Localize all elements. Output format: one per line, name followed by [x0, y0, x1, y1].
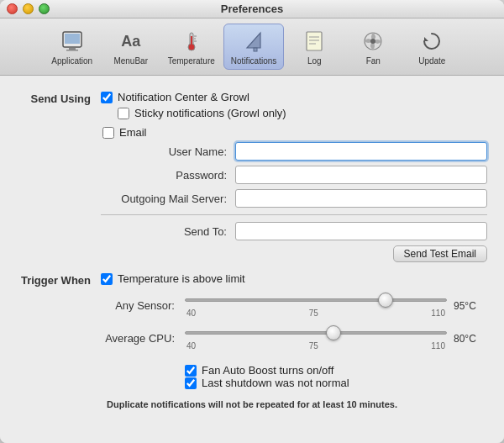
trigger-when-section: Trigger When Temperature is above limit …	[17, 272, 487, 389]
average-cpu-slider-wrapper: 40 75 110	[185, 326, 447, 351]
toolbar-item-application[interactable]: Application	[44, 24, 101, 69]
any-sensor-track-row: 40 75 110 95°C	[185, 293, 487, 318]
email-form: User Name: Password: Outgoing Mail Serve…	[101, 142, 487, 262]
any-sensor-slider-wrapper: 40 75 110	[185, 293, 447, 318]
average-cpu-slider[interactable]	[185, 326, 447, 340]
tick-40-1: 40	[186, 309, 196, 318]
send-test-email-button[interactable]: Send Test Email	[393, 245, 488, 262]
email-option: Email	[101, 126, 487, 139]
toolbar-item-notifications[interactable]: Notifications	[223, 24, 284, 70]
send-using-content: Notification Center & Growl Sticky notif…	[101, 91, 487, 262]
update-icon	[418, 28, 445, 55]
trigger-when-content: Temperature is above limit Any Sensor: 4…	[101, 272, 487, 389]
form-divider	[101, 214, 487, 215]
fan-label: Fan	[366, 56, 381, 66]
send-test-row: Send Test Email	[101, 245, 487, 262]
last-shutdown-label: Last shutdown was not normal	[202, 377, 349, 389]
email-label: Email	[119, 126, 147, 139]
any-sensor-slider[interactable]	[185, 293, 447, 307]
average-cpu-row: Average CPU: 40 75 110 80°C	[101, 326, 487, 351]
any-sensor-slider-container: 40 75 110 95°C	[185, 293, 487, 318]
mail-server-row: Outgoing Mail Server:	[101, 189, 487, 208]
sticky-label: Sticky notifications (Growl only)	[134, 107, 286, 119]
fan-boost-label: Fan Auto Boost turns on/off	[202, 364, 333, 377]
last-shutdown-checkbox[interactable]	[185, 377, 197, 389]
title-bar: Preferences	[0, 0, 504, 18]
svg-marker-18	[424, 37, 428, 41]
update-label: Update	[418, 56, 445, 66]
application-label: Application	[51, 56, 92, 66]
send-to-label: Send To:	[101, 225, 235, 238]
average-cpu-slider-container: 40 75 110 80°C	[185, 326, 487, 351]
application-icon	[59, 28, 86, 55]
menubar-icon: Aa	[118, 28, 144, 55]
average-cpu-label: Average CPU:	[101, 332, 185, 345]
growl-checkbox[interactable]	[101, 92, 113, 103]
svg-rect-2	[69, 48, 76, 50]
toolbar-item-update[interactable]: Update	[403, 24, 460, 69]
maximize-button[interactable]	[39, 3, 50, 14]
svg-rect-11	[254, 48, 257, 51]
menubar-label: MenuBar	[113, 56, 148, 66]
send-to-input[interactable]	[235, 222, 487, 240]
any-sensor-row: Any Sensor: 40 75 110 95°C	[101, 293, 487, 318]
average-cpu-value: 80°C	[454, 333, 487, 345]
average-cpu-track-row: 40 75 110 80°C	[185, 326, 487, 351]
username-row: User Name:	[101, 142, 487, 161]
footer-note: Duplicate notifications will not be repe…	[17, 399, 487, 413]
notifications-icon	[240, 28, 267, 55]
any-sensor-label: Any Sensor:	[101, 299, 185, 312]
svg-rect-6	[191, 36, 192, 45]
toolbar-item-temperature[interactable]: Temperature	[161, 24, 222, 69]
temperature-trigger-checkbox[interactable]	[101, 273, 113, 285]
tick-110-2: 110	[431, 341, 445, 351]
tick-40-2: 40	[186, 341, 196, 351]
password-input[interactable]	[235, 166, 487, 184]
content-area: Send Using Notification Center & Growl S…	[0, 76, 504, 443]
notifications-label: Notifications	[231, 56, 276, 66]
svg-rect-12	[307, 32, 322, 50]
toolbar-item-fan[interactable]: Fan	[344, 24, 402, 69]
password-label: Password:	[101, 169, 235, 182]
sticky-option: Sticky notifications (Growl only)	[101, 107, 487, 119]
toolbar-item-log[interactable]: Log	[286, 24, 343, 69]
svg-point-17	[370, 39, 375, 44]
close-button[interactable]	[7, 3, 18, 14]
toolbar: Application Aa MenuBar Temperature	[0, 18, 504, 76]
average-cpu-ticks: 40 75 110	[185, 341, 447, 351]
temperature-icon	[178, 28, 205, 55]
email-checkbox[interactable]	[102, 127, 114, 139]
username-label: User Name:	[101, 145, 235, 158]
fan-boost-option: Fan Auto Boost turns on/off	[185, 364, 487, 377]
temperature-label: Temperature	[168, 56, 215, 66]
any-sensor-ticks: 40 75 110	[185, 309, 447, 318]
growl-label: Notification Center & Growl	[118, 91, 249, 103]
any-sensor-value: 95°C	[454, 300, 487, 312]
send-using-section: Send Using Notification Center & Growl S…	[17, 91, 487, 262]
last-shutdown-option: Last shutdown was not normal	[185, 377, 487, 389]
log-icon	[301, 28, 328, 55]
growl-option: Notification Center & Growl	[101, 91, 487, 103]
minimize-button[interactable]	[23, 3, 34, 14]
password-row: Password:	[101, 166, 487, 184]
mail-server-label: Outgoing Mail Server:	[101, 192, 235, 205]
temperature-trigger-option: Temperature is above limit	[101, 272, 487, 285]
bottom-checkboxes: Fan Auto Boost turns on/off Last shutdow…	[101, 364, 487, 389]
preferences-window: Preferences Application Aa MenuBar	[0, 0, 504, 443]
tick-75-1: 75	[309, 309, 318, 318]
log-label: Log	[307, 56, 322, 66]
sticky-checkbox[interactable]	[118, 108, 129, 119]
username-input[interactable]	[235, 142, 487, 161]
svg-marker-10	[247, 33, 260, 48]
svg-rect-1	[65, 34, 80, 44]
send-using-label: Send Using	[17, 91, 101, 262]
send-to-row: Send To:	[101, 222, 487, 240]
fan-boost-checkbox[interactable]	[185, 365, 197, 377]
svg-rect-3	[66, 50, 78, 51]
tick-110-1: 110	[431, 309, 445, 318]
window-title: Preferences	[221, 3, 283, 15]
traffic-lights	[7, 3, 50, 14]
toolbar-item-menubar[interactable]: Aa MenuBar	[102, 24, 160, 69]
temperature-trigger-label: Temperature is above limit	[118, 272, 245, 285]
mail-server-input[interactable]	[235, 189, 487, 208]
